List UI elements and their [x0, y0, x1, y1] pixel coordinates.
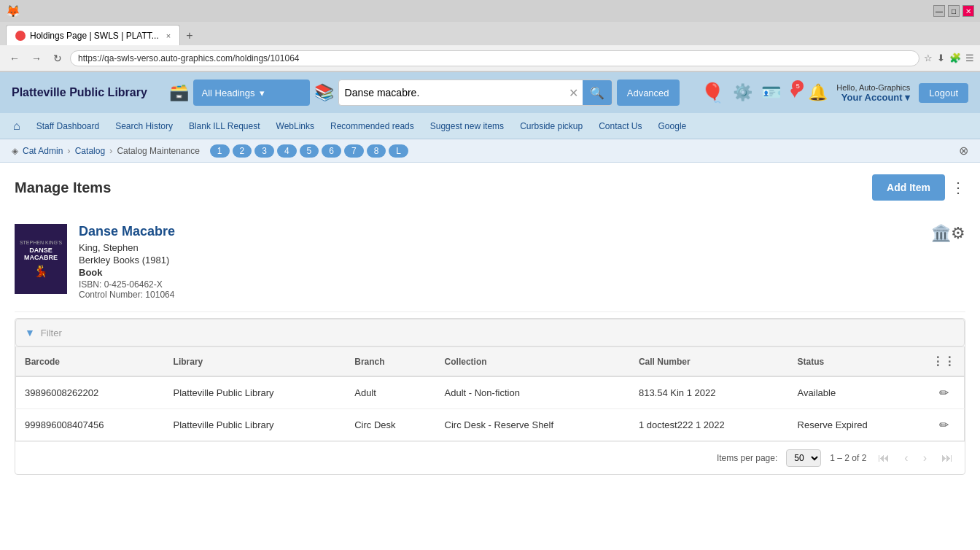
page-pill-3[interactable]: 3 [254, 144, 274, 158]
row2-status: Reserve Expired [789, 409, 923, 441]
next-page-button[interactable]: › [920, 450, 930, 466]
address-bar: ← → ↻ ☆ ⬇ 🧩 ☰ [0, 45, 980, 71]
title-bar: 🦊 — □ ✕ [0, 0, 980, 22]
items-table: Barcode Library Branch Collection Call N… [15, 346, 965, 441]
nav-blank-ill[interactable]: Blank ILL Request [182, 117, 268, 136]
page-pill-l[interactable]: L [389, 144, 408, 158]
nav-weblinks[interactable]: WebLinks [269, 117, 322, 136]
settings-icon[interactable]: ⚙️ [733, 83, 752, 102]
breadcrumb-catalog[interactable]: Catalog [75, 146, 105, 156]
more-options-button[interactable]: ⋮ [951, 179, 965, 196]
search-dropdown[interactable]: All Headings ▾ [193, 80, 310, 106]
col-call-number: Call Number [630, 347, 789, 377]
favorites-icon[interactable]: ♥ 5 [790, 83, 799, 102]
col-columns-icon[interactable]: ⋮⋮ [923, 347, 965, 377]
nav-search-history[interactable]: Search History [108, 117, 180, 136]
notifications-icon[interactable]: 🔔 [808, 83, 828, 102]
row2-edit-button[interactable]: ✏ [923, 409, 965, 441]
stack-icon[interactable]: 📚 [314, 83, 334, 102]
table-footer: Items per page: 50 1 – 2 of 2 ⏮ ‹ › ⏭ [15, 441, 965, 474]
back-button[interactable]: ← [6, 51, 23, 66]
page-pill-8[interactable]: 8 [367, 144, 386, 158]
row1-edit-button[interactable]: ✏ [923, 376, 965, 409]
firefox-logo: 🦊 [6, 4, 20, 18]
row2-collection: Circ Desk - Reserve Shelf [436, 409, 630, 441]
add-item-button[interactable]: Add Item [872, 174, 945, 201]
page-pill-4[interactable]: 4 [277, 144, 297, 158]
dropdown-arrow-icon: ▾ [260, 88, 265, 98]
new-tab-button[interactable]: + [180, 26, 198, 45]
card-icon[interactable]: 🪪 [761, 83, 781, 102]
nav-recommended-reads[interactable]: Recommended reads [323, 117, 421, 136]
nav-google[interactable]: Google [651, 117, 694, 136]
row1-collection: Adult - Non-fiction [436, 376, 630, 409]
refresh-button[interactable]: ↻ [50, 51, 66, 66]
favorites-badge: 5 [792, 80, 804, 92]
col-status: Status [789, 347, 923, 377]
per-page-label: Items per page: [717, 453, 777, 463]
filter-icon: ▼ [25, 327, 35, 338]
minimize-button[interactable]: — [933, 5, 945, 17]
page-pill-7[interactable]: 7 [344, 144, 364, 158]
page-pill-5[interactable]: 5 [300, 144, 319, 158]
row1-library: Platteville Public Library [165, 376, 346, 409]
breadcrumb-catalog-maintenance: Catalog Maintenance [117, 146, 199, 156]
menu-icon[interactable]: ☰ [965, 53, 974, 63]
extensions-icon[interactable]: 🧩 [949, 53, 961, 63]
table-row: 999896008407456 Platteville Public Libra… [16, 409, 965, 441]
book-publisher: Berkley Books (1981) [79, 255, 919, 266]
per-page-select[interactable]: 50 [786, 449, 821, 467]
search-bar: 🗃️ All Headings ▾ 📚 ✕ 🔍 Advanced [169, 80, 680, 106]
active-tab[interactable]: Holdings Page | SWLS | PLATT... × [6, 25, 180, 45]
nav-suggest-new-items[interactable]: Suggest new items [423, 117, 511, 136]
prev-page-button[interactable]: ‹ [901, 450, 911, 466]
main-content: Manage Items Add Item ⋮ STEPHEN KING'S D… [0, 163, 980, 487]
category-icon[interactable]: 🗃️ [169, 83, 189, 102]
book-cover-title: DANSE MACABRE [18, 247, 64, 261]
row1-branch: Adult [346, 376, 435, 409]
tab-close-button[interactable]: × [166, 31, 171, 40]
book-isbn: ISBN: 0-425-06462-X [79, 279, 919, 290]
items-card: ▼ Filter Barcode Library Branch Collecti… [15, 318, 965, 475]
tab-bar: Holdings Page | SWLS | PLATT... × + [0, 22, 980, 45]
nav-curbside-pickup[interactable]: Curbside pickup [513, 117, 590, 136]
account-arrow: ▾ [905, 92, 910, 103]
search-clear-button[interactable]: ✕ [564, 86, 583, 100]
tab-title: Holdings Page | SWLS | PLATT... [30, 31, 159, 41]
close-button[interactable]: ✕ [962, 5, 974, 17]
breadcrumb-close-button[interactable]: ⊗ [959, 144, 968, 158]
col-branch: Branch [346, 347, 435, 377]
header-right: 🎈 ⚙️ 🪪 ♥ 5 🔔 Hello, Auto-Graphics Your A… [701, 82, 968, 104]
breadcrumb-bar: ◈ Cat Admin › Catalog › Catalog Maintena… [0, 139, 980, 163]
page-pill-1[interactable]: 1 [210, 144, 230, 158]
logout-button[interactable]: Logout [919, 83, 968, 103]
account-label: Your Account [841, 92, 903, 103]
bookmark-icon[interactable]: ☆ [924, 53, 933, 63]
advanced-search-button[interactable]: Advanced [617, 80, 680, 106]
first-page-button[interactable]: ⏮ [875, 450, 892, 466]
row2-branch: Circ Desk [346, 409, 435, 441]
window-controls: — □ ✕ [933, 5, 974, 17]
page-title: Manage Items [15, 179, 111, 196]
search-dropdown-label: All Headings [202, 88, 255, 98]
nav-home-icon[interactable]: ⌂ [6, 115, 28, 137]
manage-actions: Add Item ⋮ [872, 174, 965, 201]
forward-button[interactable]: → [28, 51, 45, 66]
book-settings-icon[interactable]: 🏛️⚙ [931, 224, 965, 243]
account-link[interactable]: Your Account ▾ [836, 92, 910, 103]
search-go-button[interactable]: 🔍 [583, 80, 612, 105]
page-pill-2[interactable]: 2 [233, 144, 252, 158]
address-input[interactable] [70, 50, 919, 66]
filter-placeholder[interactable]: Filter [41, 328, 62, 338]
page-pill-6[interactable]: 6 [322, 144, 341, 158]
download-icon[interactable]: ⬇ [937, 53, 945, 63]
pagination-pills: 1 2 3 4 5 6 7 8 L [210, 144, 408, 158]
nav-contact-us[interactable]: Contact Us [591, 117, 649, 136]
maximize-button[interactable]: □ [948, 5, 960, 17]
balloon-icon[interactable]: 🎈 [701, 82, 724, 104]
last-page-button[interactable]: ⏭ [938, 450, 956, 466]
manage-header: Manage Items Add Item ⋮ [15, 174, 965, 201]
nav-staff-dashboard[interactable]: Staff Dashboard [29, 117, 107, 136]
search-input[interactable] [339, 84, 564, 101]
breadcrumb-cat-admin[interactable]: Cat Admin [23, 146, 63, 156]
